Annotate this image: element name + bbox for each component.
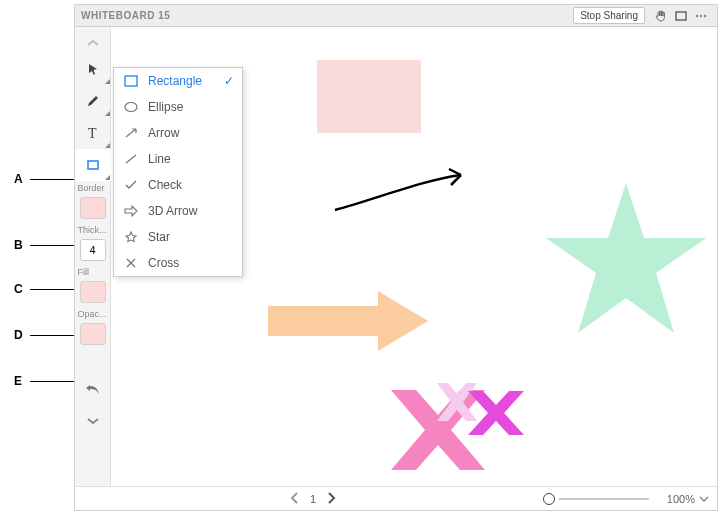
- thickness-input[interactable]: 4: [80, 239, 106, 261]
- rectangle-icon: [122, 75, 140, 87]
- border-label: Border: [75, 183, 111, 195]
- callout-D: D: [14, 328, 74, 342]
- zoom-dropdown[interactable]: [699, 493, 709, 505]
- sample-arrow[interactable]: [333, 165, 473, 215]
- menu-item-line[interactable]: Line: [114, 146, 242, 172]
- menu-item-check[interactable]: Check: [114, 172, 242, 198]
- svg-point-3: [704, 14, 706, 16]
- menu-item-arrow[interactable]: Arrow: [114, 120, 242, 146]
- window-title: WHITEBOARD 15: [81, 10, 170, 21]
- stop-sharing-button[interactable]: Stop Sharing: [573, 7, 645, 24]
- whiteboard-window: WHITEBOARD 15 Stop Sharing T: [74, 4, 718, 511]
- callout-E: E: [14, 374, 74, 388]
- chevron-down-icon[interactable]: [75, 411, 110, 431]
- sample-star[interactable]: [546, 183, 706, 343]
- next-page-button[interactable]: [326, 492, 336, 506]
- svg-point-7: [125, 103, 137, 112]
- thickness-label: Thick...: [75, 225, 111, 237]
- text-tool[interactable]: T: [75, 117, 111, 149]
- check-shape-icon: [122, 179, 140, 191]
- svg-rect-5: [88, 161, 98, 169]
- callout-C: C: [14, 282, 74, 296]
- tool-sidebar: T Border Thick... 4 Fill Opac...: [75, 27, 111, 486]
- zoom-slider[interactable]: [543, 493, 649, 505]
- fullscreen-icon[interactable]: [673, 8, 689, 24]
- ellipse-icon: [122, 101, 140, 113]
- menu-item-star[interactable]: Star: [114, 224, 242, 250]
- fill-label: Fill: [75, 267, 111, 279]
- shape-dropdown-menu: Rectangle ✓ Ellipse Arrow Line Check: [113, 67, 243, 277]
- callout-B: B: [14, 238, 74, 252]
- menu-item-ellipse[interactable]: Ellipse: [114, 94, 242, 120]
- sample-rectangle[interactable]: [317, 60, 421, 133]
- pencil-tool[interactable]: [75, 85, 111, 117]
- arrow-icon: [122, 127, 140, 139]
- fill-color-swatch[interactable]: [80, 281, 106, 303]
- menu-item-rectangle[interactable]: Rectangle ✓: [114, 68, 242, 94]
- svg-point-1: [696, 14, 698, 16]
- opacity-swatch[interactable]: [80, 323, 106, 345]
- sample-cross-3[interactable]: [468, 391, 524, 435]
- svg-rect-6: [125, 76, 137, 86]
- svg-point-2: [700, 14, 702, 16]
- check-icon: ✓: [224, 74, 234, 88]
- 3d-arrow-icon: [122, 205, 140, 217]
- more-icon[interactable]: [693, 8, 709, 24]
- status-bar: 1 100%: [75, 486, 717, 510]
- zoom-level: 100%: [655, 493, 695, 505]
- menu-item-3d-arrow[interactable]: 3D Arrow: [114, 198, 242, 224]
- undo-button[interactable]: [75, 373, 111, 405]
- select-tool[interactable]: [75, 53, 111, 85]
- callout-A: A: [14, 172, 74, 186]
- hand-icon[interactable]: [653, 8, 669, 24]
- svg-text:T: T: [88, 126, 97, 140]
- chevron-up-icon[interactable]: [75, 33, 110, 53]
- svg-rect-0: [676, 12, 686, 20]
- shape-tool[interactable]: [75, 149, 111, 181]
- line-icon: [122, 153, 140, 165]
- sample-3d-arrow[interactable]: [268, 291, 428, 351]
- cross-icon: [122, 257, 140, 269]
- opacity-label: Opac...: [75, 309, 111, 321]
- page-number: 1: [310, 493, 316, 505]
- star-icon: [122, 231, 140, 243]
- border-color-swatch[interactable]: [80, 197, 106, 219]
- prev-page-button[interactable]: [290, 492, 300, 506]
- menu-item-cross[interactable]: Cross: [114, 250, 242, 276]
- title-bar: WHITEBOARD 15 Stop Sharing: [75, 5, 717, 27]
